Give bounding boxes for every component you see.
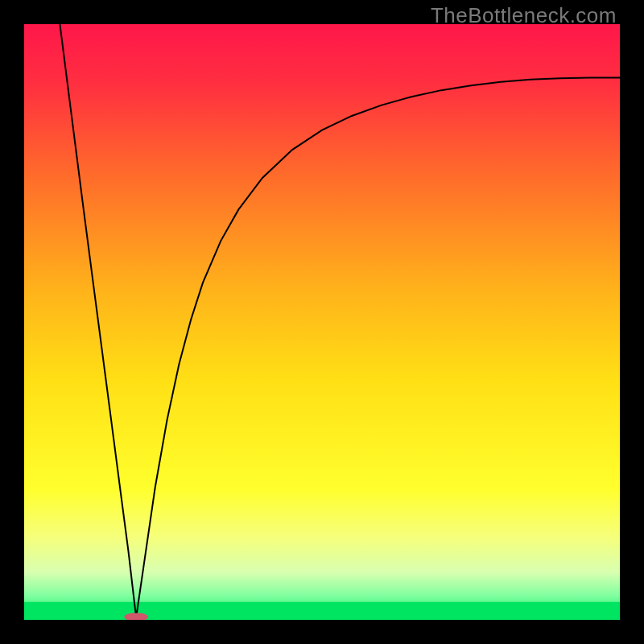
chart-frame <box>24 24 620 620</box>
bottleneck-chart <box>24 24 620 620</box>
chart-background <box>24 24 620 620</box>
chart-baseline-strip <box>24 602 620 620</box>
minimum-marker <box>124 613 148 620</box>
